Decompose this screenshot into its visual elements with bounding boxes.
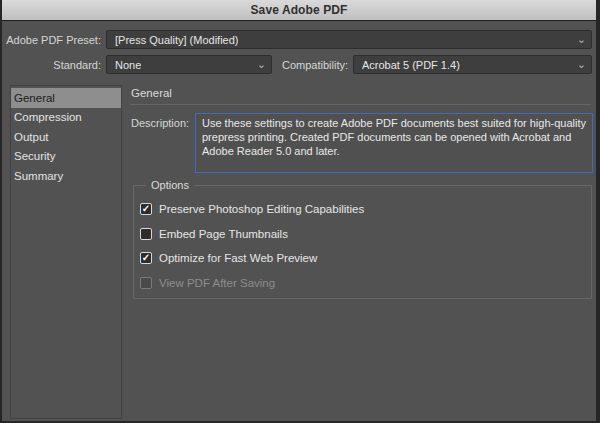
options-rows: ✓ Preserve Photoshop Editing Capabilitie…: [140, 197, 587, 295]
standard-value: None: [115, 59, 141, 71]
options-legend: Options: [146, 179, 194, 191]
checkbox-preserve-editing[interactable]: ✓: [140, 203, 152, 215]
standard-label: Standard:: [2, 59, 101, 71]
save-adobe-pdf-dialog: Save Adobe PDF Adobe PDF Preset: [Press …: [0, 0, 600, 423]
preset-dropdown[interactable]: [Press Quality] (Modified) ⌄: [106, 30, 592, 49]
description-textarea[interactable]: Use these settings to create Adobe PDF d…: [195, 113, 593, 173]
compatibility-value: Acrobat 5 (PDF 1.4): [362, 59, 460, 71]
option-view-pdf-after-saving: ✓ View PDF After Saving: [140, 271, 587, 296]
checkmark-icon: ✓: [142, 253, 150, 263]
preset-row: Adobe PDF Preset: [Press Quality] (Modif…: [2, 30, 592, 49]
panel-separator: [130, 104, 591, 105]
dialog-titlebar[interactable]: Save Adobe PDF: [2, 0, 596, 21]
compatibility-label: Compatibility:: [282, 59, 348, 71]
sidebar-item-summary[interactable]: Summary: [11, 166, 121, 186]
standard-dropdown[interactable]: None ⌄: [106, 55, 272, 74]
checkbox-view-pdf-after-saving: ✓: [140, 277, 152, 289]
preset-label: Adobe PDF Preset:: [2, 34, 101, 46]
option-embed-thumbnails[interactable]: ✓ Embed Page Thumbnails: [140, 222, 587, 247]
panel-heading: General: [131, 87, 172, 99]
checkmark-icon: ✓: [142, 204, 150, 214]
sidebar-item-security[interactable]: Security: [11, 147, 121, 167]
option-label: View PDF After Saving: [159, 277, 275, 289]
preset-value: [Press Quality] (Modified): [115, 34, 238, 46]
option-preserve-editing[interactable]: ✓ Preserve Photoshop Editing Capabilitie…: [140, 197, 587, 222]
dialog-title: Save Adobe PDF: [251, 3, 348, 17]
sidebar-item-compression[interactable]: Compression: [11, 108, 121, 128]
checkbox-embed-thumbnails[interactable]: ✓: [140, 228, 152, 240]
description-label: Description:: [131, 117, 189, 129]
compatibility-dropdown[interactable]: Acrobat 5 (PDF 1.4) ⌄: [353, 55, 592, 74]
option-optimize-web-preview[interactable]: ✓ Optimize for Fast Web Preview: [140, 246, 587, 271]
standard-row: Standard: None ⌄ Compatibility: Acrobat …: [2, 55, 592, 74]
checkbox-optimize-web-preview[interactable]: ✓: [140, 252, 152, 264]
sidebar-item-general[interactable]: General: [11, 88, 121, 108]
chevron-down-icon: ⌄: [577, 57, 586, 72]
option-label: Preserve Photoshop Editing Capabilities: [159, 203, 364, 215]
options-group: Options ✓ Preserve Photoshop Editing Cap…: [133, 185, 592, 299]
settings-category-list: General Compression Output Security Summ…: [10, 85, 122, 419]
chevron-down-icon: ⌄: [257, 57, 266, 72]
option-label: Embed Page Thumbnails: [159, 228, 288, 240]
chevron-down-icon: ⌄: [577, 32, 586, 47]
sidebar-item-output[interactable]: Output: [11, 127, 121, 147]
option-label: Optimize for Fast Web Preview: [159, 252, 317, 264]
